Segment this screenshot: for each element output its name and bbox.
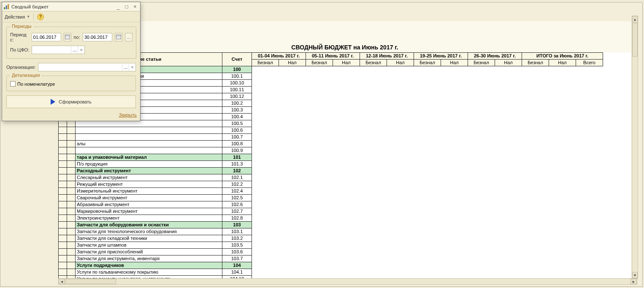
close-button[interactable]: ×: [131, 3, 139, 10]
collapse-cell[interactable]: [59, 249, 67, 255]
collapse-cell[interactable]: [67, 235, 76, 242]
collapse-cell[interactable]: [67, 168, 76, 174]
close-link[interactable]: Закрыть: [119, 112, 137, 117]
row-name: Услуги по гальваническому покрытию: [76, 269, 222, 276]
ellipsis-icon: …: [73, 48, 77, 52]
collapse-cell[interactable]: [59, 242, 67, 249]
collapse-cell[interactable]: [67, 147, 76, 154]
collapse-cell[interactable]: [67, 249, 76, 255]
collapse-cell[interactable]: [67, 154, 76, 161]
row-account: 100.10: [222, 80, 252, 87]
table-row: Слесарный инструмент102.1: [59, 174, 603, 181]
row-account: 103.6: [222, 249, 252, 255]
collapse-cell[interactable]: [67, 201, 76, 208]
collapse-cell[interactable]: [59, 168, 67, 174]
scroll-right-arrow-icon[interactable]: ►: [630, 279, 637, 284]
scroll-thumb[interactable]: [65, 279, 116, 284]
chevron-down-icon: ▼: [27, 15, 30, 19]
collapse-cell[interactable]: [59, 134, 67, 141]
collapse-cell[interactable]: [67, 208, 76, 215]
collapse-cell[interactable]: [67, 222, 76, 228]
collapse-cell[interactable]: [59, 181, 67, 188]
calendar-from-button[interactable]: [64, 33, 71, 41]
actions-menu[interactable]: Действия ▼: [5, 14, 30, 19]
row-name: [76, 127, 222, 134]
period-header: ИТОГО за Июнь 2017 г.: [522, 53, 603, 60]
collapse-cell[interactable]: [59, 147, 67, 154]
table-row: 100.6: [59, 127, 603, 134]
calendar-to-button[interactable]: [115, 33, 122, 41]
collapse-cell[interactable]: [67, 255, 76, 262]
org-clear-button[interactable]: ×: [129, 63, 135, 71]
row-account: 100.7: [222, 134, 252, 141]
cfo-input[interactable]: [32, 46, 71, 54]
period-from-input[interactable]: [32, 33, 61, 41]
collapse-cell[interactable]: [67, 242, 76, 249]
collapse-cell[interactable]: [67, 228, 76, 235]
collapse-cell[interactable]: [59, 201, 67, 208]
collapse-cell[interactable]: [59, 235, 67, 242]
org-input[interactable]: [38, 63, 122, 71]
row-account: 101: [222, 154, 252, 161]
cfo-select-button[interactable]: …: [71, 46, 78, 54]
dialog-body: Периоды Период с: по: …: [2, 22, 140, 111]
collapse-cell[interactable]: [67, 127, 76, 134]
scroll-down-arrow-icon[interactable]: ▼: [632, 272, 638, 278]
collapse-cell[interactable]: [59, 228, 67, 235]
help-button[interactable]: ?: [37, 14, 44, 20]
collapse-cell[interactable]: [67, 215, 76, 222]
collapse-cell[interactable]: [59, 269, 67, 276]
collapse-cell[interactable]: [59, 174, 67, 181]
generate-button[interactable]: Сформировать: [6, 95, 136, 108]
collapse-cell[interactable]: [67, 161, 76, 168]
collapse-cell[interactable]: [67, 188, 76, 195]
row-account: 101.3: [222, 161, 252, 168]
row-name: Услуги подрядчиков: [76, 262, 222, 269]
org-label: Организация:: [6, 65, 35, 70]
collapse-cell[interactable]: [59, 127, 67, 134]
collapse-cell[interactable]: [67, 262, 76, 269]
period-to-input[interactable]: [83, 33, 112, 41]
row-name: [76, 147, 222, 154]
collapse-cell[interactable]: [59, 195, 67, 201]
by-nomen-label: По номенклатуре: [17, 82, 55, 87]
clear-icon: ×: [131, 65, 133, 70]
collapse-cell[interactable]: [59, 262, 67, 269]
collapse-cell[interactable]: [59, 208, 67, 215]
horizontal-scrollbar[interactable]: ◄ ►: [58, 278, 637, 285]
scroll-thumb[interactable]: [632, 23, 638, 57]
collapse-cell[interactable]: [59, 141, 67, 147]
collapse-cell[interactable]: [67, 134, 76, 141]
collapse-cell[interactable]: [67, 174, 76, 181]
row-account: 103.5: [222, 242, 252, 249]
sub-nal: Нал: [495, 60, 522, 66]
period-picker-button[interactable]: …: [125, 33, 133, 41]
collapse-cell[interactable]: [59, 188, 67, 195]
svg-rect-0: [4, 7, 5, 9]
collapse-cell[interactable]: [59, 215, 67, 222]
sub-beznal: Безнал: [306, 60, 333, 66]
collapse-cell[interactable]: [59, 222, 67, 228]
org-select-button[interactable]: …: [122, 63, 129, 71]
collapse-cell[interactable]: [67, 141, 76, 147]
row-name: [76, 134, 222, 141]
collapse-cell[interactable]: [67, 181, 76, 188]
scroll-up-arrow-icon[interactable]: ▲: [632, 16, 638, 22]
row-account: 102.4: [222, 188, 252, 195]
dialog-titlebar[interactable]: Сводный бюджет _ □ ×: [2, 2, 140, 11]
collapse-cell[interactable]: [59, 154, 67, 161]
collapse-cell[interactable]: [59, 255, 67, 262]
minimize-button[interactable]: _: [114, 3, 122, 10]
collapse-cell[interactable]: [67, 269, 76, 276]
maximize-button[interactable]: □: [122, 3, 131, 10]
row-name: Слесарный инструмент: [76, 174, 222, 181]
row-account: 102: [222, 168, 252, 174]
collapse-cell[interactable]: [59, 161, 67, 168]
by-nomen-checkbox[interactable]: По номенклатуре: [10, 81, 132, 87]
row-name: Запчасти для штампов: [76, 242, 222, 249]
period-to-label: по:: [74, 35, 80, 40]
collapse-cell[interactable]: [67, 195, 76, 201]
vertical-scrollbar[interactable]: ▲ ▼: [632, 16, 638, 279]
cfo-clear-button[interactable]: ×: [78, 46, 84, 54]
scroll-left-arrow-icon[interactable]: ◄: [59, 279, 65, 284]
